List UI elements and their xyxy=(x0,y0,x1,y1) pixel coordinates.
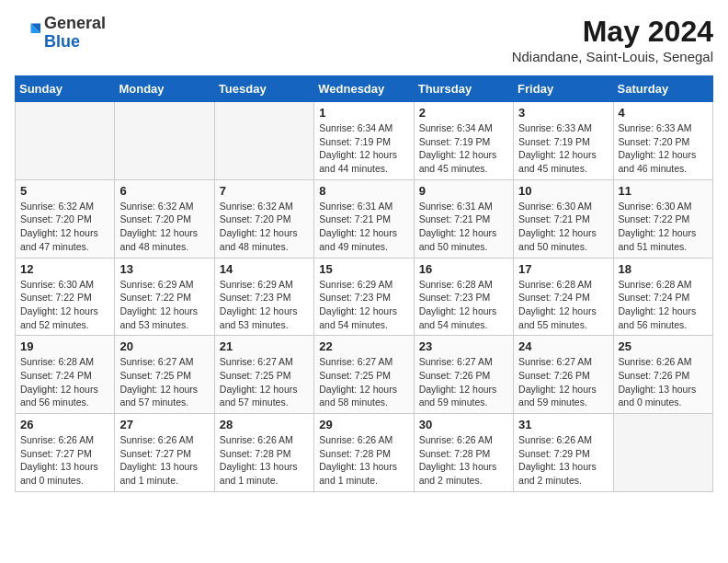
day-info: Sunrise: 6:26 AM Sunset: 7:28 PM Dayligh… xyxy=(319,433,408,488)
title-block: May 2024 Ndiandane, Saint-Louis, Senegal xyxy=(512,15,713,64)
day-number: 6 xyxy=(119,184,209,198)
calendar-cell: 9Sunrise: 6:31 AM Sunset: 7:21 PM Daylig… xyxy=(414,179,513,258)
calendar-cell xyxy=(16,102,115,180)
header-wednesday: Wednesday xyxy=(314,76,414,102)
day-info: Sunrise: 6:33 AM Sunset: 7:19 PM Dayligh… xyxy=(518,121,608,176)
calendar-cell: 24Sunrise: 6:27 AM Sunset: 7:26 PM Dayli… xyxy=(514,336,613,414)
day-number: 28 xyxy=(220,418,309,431)
day-info: Sunrise: 6:32 AM Sunset: 7:20 PM Dayligh… xyxy=(220,200,309,254)
month-title: May 2024 xyxy=(512,15,713,49)
day-number: 26 xyxy=(20,418,109,431)
day-number: 16 xyxy=(419,262,508,276)
day-number: 8 xyxy=(319,184,408,198)
calendar-cell: 11Sunrise: 6:30 AM Sunset: 7:22 PM Dayli… xyxy=(613,179,712,258)
calendar-cell: 31Sunrise: 6:26 AM Sunset: 7:29 PM Dayli… xyxy=(514,414,613,492)
week-row-1: 5Sunrise: 6:32 AM Sunset: 7:20 PM Daylig… xyxy=(16,179,713,258)
week-row-2: 12Sunrise: 6:30 AM Sunset: 7:22 PM Dayli… xyxy=(16,258,713,336)
day-number: 27 xyxy=(119,418,209,431)
day-number: 14 xyxy=(220,262,309,276)
day-info: Sunrise: 6:30 AM Sunset: 7:21 PM Dayligh… xyxy=(518,200,608,254)
day-info: Sunrise: 6:31 AM Sunset: 7:21 PM Dayligh… xyxy=(319,200,408,254)
header-monday: Monday xyxy=(115,76,214,102)
day-number: 1 xyxy=(319,106,408,120)
calendar-cell: 10Sunrise: 6:30 AM Sunset: 7:21 PM Dayli… xyxy=(514,179,613,258)
day-number: 23 xyxy=(419,339,508,353)
day-number: 30 xyxy=(419,418,508,431)
day-info: Sunrise: 6:26 AM Sunset: 7:28 PM Dayligh… xyxy=(220,433,309,488)
page-header: General Blue May 2024 Ndiandane, Saint-L… xyxy=(15,15,713,64)
day-number: 2 xyxy=(419,106,508,120)
day-info: Sunrise: 6:34 AM Sunset: 7:19 PM Dayligh… xyxy=(319,121,408,176)
day-number: 12 xyxy=(20,262,109,276)
calendar-cell: 12Sunrise: 6:30 AM Sunset: 7:22 PM Dayli… xyxy=(16,258,115,336)
day-number: 13 xyxy=(119,262,209,276)
day-info: Sunrise: 6:34 AM Sunset: 7:19 PM Dayligh… xyxy=(419,121,508,176)
day-number: 7 xyxy=(220,184,309,198)
calendar-cell: 7Sunrise: 6:32 AM Sunset: 7:20 PM Daylig… xyxy=(214,179,313,258)
calendar-cell: 13Sunrise: 6:29 AM Sunset: 7:22 PM Dayli… xyxy=(115,258,214,336)
calendar-cell: 19Sunrise: 6:28 AM Sunset: 7:24 PM Dayli… xyxy=(16,336,115,414)
day-number: 18 xyxy=(619,262,708,276)
week-row-0: 1Sunrise: 6:34 AM Sunset: 7:19 PM Daylig… xyxy=(16,102,713,180)
calendar-cell: 27Sunrise: 6:26 AM Sunset: 7:27 PM Dayli… xyxy=(115,414,214,492)
calendar-cell xyxy=(214,102,313,180)
day-info: Sunrise: 6:33 AM Sunset: 7:20 PM Dayligh… xyxy=(619,121,708,176)
day-info: Sunrise: 6:27 AM Sunset: 7:26 PM Dayligh… xyxy=(419,355,508,409)
calendar-cell: 20Sunrise: 6:27 AM Sunset: 7:25 PM Dayli… xyxy=(115,336,214,414)
day-info: Sunrise: 6:30 AM Sunset: 7:22 PM Dayligh… xyxy=(619,200,708,254)
day-info: Sunrise: 6:27 AM Sunset: 7:25 PM Dayligh… xyxy=(319,355,408,409)
day-number: 31 xyxy=(518,418,608,431)
day-info: Sunrise: 6:26 AM Sunset: 7:26 PM Dayligh… xyxy=(619,355,708,409)
day-number: 10 xyxy=(518,184,608,198)
day-info: Sunrise: 6:28 AM Sunset: 7:23 PM Dayligh… xyxy=(419,278,508,332)
day-info: Sunrise: 6:29 AM Sunset: 7:23 PM Dayligh… xyxy=(319,278,408,332)
calendar-cell: 26Sunrise: 6:26 AM Sunset: 7:27 PM Dayli… xyxy=(16,414,115,492)
header-saturday: Saturday xyxy=(613,76,712,102)
day-number: 11 xyxy=(619,184,708,198)
calendar-cell: 18Sunrise: 6:28 AM Sunset: 7:24 PM Dayli… xyxy=(613,258,712,336)
calendar-cell: 1Sunrise: 6:34 AM Sunset: 7:19 PM Daylig… xyxy=(314,102,414,180)
calendar-cell: 15Sunrise: 6:29 AM Sunset: 7:23 PM Dayli… xyxy=(314,258,414,336)
day-info: Sunrise: 6:29 AM Sunset: 7:22 PM Dayligh… xyxy=(119,278,209,332)
calendar-cell: 16Sunrise: 6:28 AM Sunset: 7:23 PM Dayli… xyxy=(414,258,513,336)
day-info: Sunrise: 6:32 AM Sunset: 7:20 PM Dayligh… xyxy=(20,200,109,254)
day-info: Sunrise: 6:32 AM Sunset: 7:20 PM Dayligh… xyxy=(119,200,209,254)
calendar-cell: 5Sunrise: 6:32 AM Sunset: 7:20 PM Daylig… xyxy=(16,179,115,258)
day-number: 22 xyxy=(319,339,408,353)
calendar-cell: 30Sunrise: 6:26 AM Sunset: 7:28 PM Dayli… xyxy=(414,414,513,492)
day-number: 9 xyxy=(419,184,508,198)
calendar-cell: 6Sunrise: 6:32 AM Sunset: 7:20 PM Daylig… xyxy=(115,179,214,258)
day-info: Sunrise: 6:30 AM Sunset: 7:22 PM Dayligh… xyxy=(20,278,109,332)
day-number: 25 xyxy=(619,339,708,353)
day-info: Sunrise: 6:26 AM Sunset: 7:29 PM Dayligh… xyxy=(518,433,608,488)
header-tuesday: Tuesday xyxy=(214,76,313,102)
day-info: Sunrise: 6:28 AM Sunset: 7:24 PM Dayligh… xyxy=(20,355,109,409)
calendar-cell: 22Sunrise: 6:27 AM Sunset: 7:25 PM Dayli… xyxy=(314,336,414,414)
day-number: 20 xyxy=(119,339,209,353)
calendar-cell: 28Sunrise: 6:26 AM Sunset: 7:28 PM Dayli… xyxy=(214,414,313,492)
day-info: Sunrise: 6:27 AM Sunset: 7:25 PM Dayligh… xyxy=(119,355,209,409)
calendar-cell: 25Sunrise: 6:26 AM Sunset: 7:26 PM Dayli… xyxy=(613,336,712,414)
day-number: 15 xyxy=(319,262,408,276)
week-row-3: 19Sunrise: 6:28 AM Sunset: 7:24 PM Dayli… xyxy=(16,336,713,414)
day-info: Sunrise: 6:27 AM Sunset: 7:25 PM Dayligh… xyxy=(220,355,309,409)
calendar-cell: 8Sunrise: 6:31 AM Sunset: 7:21 PM Daylig… xyxy=(314,179,414,258)
header-friday: Friday xyxy=(514,76,613,102)
day-info: Sunrise: 6:27 AM Sunset: 7:26 PM Dayligh… xyxy=(518,355,608,409)
day-number: 17 xyxy=(518,262,608,276)
calendar-cell: 3Sunrise: 6:33 AM Sunset: 7:19 PM Daylig… xyxy=(514,102,613,180)
calendar-cell: 17Sunrise: 6:28 AM Sunset: 7:24 PM Dayli… xyxy=(514,258,613,336)
day-info: Sunrise: 6:28 AM Sunset: 7:24 PM Dayligh… xyxy=(619,278,708,332)
day-info: Sunrise: 6:26 AM Sunset: 7:28 PM Dayligh… xyxy=(419,433,508,488)
calendar-cell: 21Sunrise: 6:27 AM Sunset: 7:25 PM Dayli… xyxy=(214,336,313,414)
calendar-cell xyxy=(613,414,712,492)
calendar-cell: 2Sunrise: 6:34 AM Sunset: 7:19 PM Daylig… xyxy=(414,102,513,180)
logo: General Blue xyxy=(15,15,106,52)
logo-text: General Blue xyxy=(44,15,106,52)
day-number: 19 xyxy=(20,339,109,353)
day-number: 29 xyxy=(319,418,408,431)
logo-icon xyxy=(15,20,40,46)
calendar-cell xyxy=(115,102,214,180)
day-number: 24 xyxy=(518,339,608,353)
calendar-cell: 4Sunrise: 6:33 AM Sunset: 7:20 PM Daylig… xyxy=(613,102,712,180)
